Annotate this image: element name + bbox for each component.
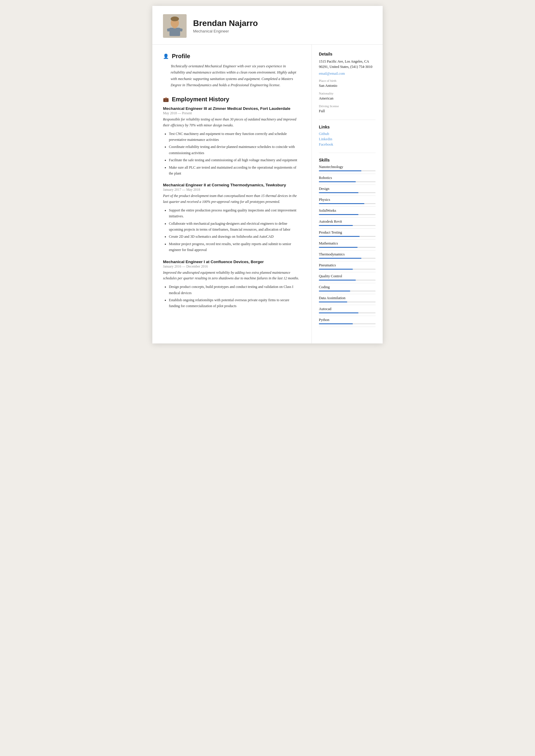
- list-item: Design product concepts, build prototype…: [169, 284, 301, 296]
- list-item: Collaborate with mechanical packaging-de…: [169, 221, 301, 233]
- skill-name: Mathematics: [319, 241, 376, 246]
- skill-separator: [319, 239, 376, 239]
- skill-name: Quality Control: [319, 274, 376, 278]
- skill-bar-fill: [319, 291, 350, 292]
- skill-bar-fill: [319, 269, 353, 269]
- list-item: Create 2D and 3D schematics and drawings…: [169, 234, 301, 239]
- skill-name: Design: [319, 187, 376, 191]
- skill-separator: [319, 184, 376, 185]
- list-item: Support the entire production process re…: [169, 207, 301, 219]
- skill-item: Autodesk Revit: [319, 219, 376, 226]
- job-1: Mechanical Engineer III at Zimner Medica…: [163, 106, 301, 176]
- skills-list: NanotechnologyRoboticsDesignPhysicsSolid…: [319, 165, 376, 327]
- skill-bar-fill: [319, 323, 353, 324]
- skill-separator: [319, 195, 376, 196]
- job-1-title: Mechanical Engineer III at Zimner Medica…: [163, 106, 301, 111]
- job-2-dates: January 2017 — May 2018: [163, 188, 301, 191]
- skill-bar-fill: [319, 247, 357, 248]
- job-2-bullets: Support the entire production process re…: [163, 207, 301, 253]
- skills-section: Skills NanotechnologyRoboticsDesignPhysi…: [319, 158, 376, 327]
- profile-text: Technically orientated Mechanical Engine…: [163, 63, 301, 88]
- full-name: Brendan Najarro: [193, 18, 258, 28]
- skill-bar-fill: [319, 203, 364, 204]
- list-item: Establish ongoing relationships with pot…: [169, 297, 301, 309]
- list-item: Facilitate the safe testing and commissi…: [169, 157, 301, 163]
- job-2-desc: Part of the product development team tha…: [163, 193, 301, 205]
- skill-bar-fill: [319, 258, 361, 259]
- skill-item: Physics: [319, 198, 376, 204]
- link-github[interactable]: Github: [319, 132, 376, 136]
- skill-separator: [319, 305, 376, 305]
- skill-name: Pneumatics: [319, 263, 376, 267]
- skill-bar-track: [319, 312, 376, 313]
- skill-item: Autocad: [319, 307, 376, 313]
- job-3-desc: Improved the undisrupted equipment relia…: [163, 270, 301, 282]
- skill-bar-track: [319, 323, 376, 324]
- job-1-bullets: Test CNC machinery and equipment to ensu…: [163, 131, 301, 177]
- skill-bar-fill: [319, 192, 358, 193]
- links-section: Links Github Linkedin Facebook: [319, 125, 376, 147]
- main-content: 👤 Profile Technically orientated Mechani…: [152, 44, 383, 344]
- skill-separator: [319, 250, 376, 250]
- job-2: Mechanical Engineer II at Corneing Therm…: [163, 183, 301, 253]
- skill-name: Python: [319, 318, 376, 322]
- link-facebook[interactable]: Facebook: [319, 142, 376, 147]
- skill-name: Data Assimilation: [319, 296, 376, 300]
- employment-icon: 💼: [163, 97, 169, 102]
- skill-separator: [319, 217, 376, 218]
- avatar: [163, 14, 186, 38]
- driving-license: Full: [319, 108, 376, 114]
- skill-bar-fill: [319, 312, 358, 313]
- skill-name: Coding: [319, 285, 376, 290]
- skill-separator: [319, 228, 376, 229]
- skill-separator: [319, 283, 376, 283]
- employment-title: Employment History: [172, 96, 229, 103]
- skill-item: Quality Control: [319, 274, 376, 281]
- link-linkedin[interactable]: Linkedin: [319, 137, 376, 141]
- divider-1: [319, 120, 376, 120]
- details-section: Details 1515 Pacific Ave, Los Angeles, C…: [319, 52, 376, 114]
- driving-license-label: Driving license: [319, 104, 376, 108]
- job-1-dates: May 2018 — Present: [163, 111, 301, 115]
- skill-bar-fill: [319, 181, 356, 182]
- skill-item: Nanotechnology: [319, 165, 376, 171]
- divider-2: [319, 153, 376, 153]
- header-section: Brendan Najarro Mechanical Engineer: [152, 6, 383, 44]
- skill-bar-track: [319, 203, 376, 204]
- list-item: Test CNC machinery and equipment to ensu…: [169, 131, 301, 143]
- profile-title: Profile: [172, 53, 190, 60]
- profile-section-header: 👤 Profile: [163, 53, 301, 60]
- skill-bar-track: [319, 258, 376, 259]
- skill-bar-track: [319, 269, 376, 269]
- skill-bar-fill: [319, 236, 360, 237]
- skill-bar-fill: [319, 280, 356, 281]
- list-item: Monitor project progress, record test re…: [169, 241, 301, 253]
- job-3-title: Mechanical Engineer I at Confluence Devi…: [163, 260, 301, 264]
- skill-separator: [319, 294, 376, 294]
- job-3-dates: January 2016 — December 2016: [163, 265, 301, 268]
- right-column: Details 1515 Pacific Ave, Los Angeles, C…: [312, 44, 383, 344]
- links-title: Links: [319, 125, 376, 129]
- skill-bar-track: [319, 225, 376, 226]
- list-item: Make sure all PLC are tested and maintai…: [169, 164, 301, 177]
- address: 1515 Pacific Ave, Los Angeles, CA 90291,…: [319, 59, 376, 70]
- skill-bar-track: [319, 247, 376, 248]
- skill-item: Coding: [319, 285, 376, 292]
- email-link[interactable]: email@email.com: [319, 71, 345, 76]
- job-1-desc: Responsible for reliability testing of m…: [163, 117, 301, 128]
- skill-name: Product Testing: [319, 230, 376, 235]
- place-of-birth: San Antonio: [319, 83, 376, 89]
- nationality-label: Nationality: [319, 92, 376, 95]
- skill-bar-track: [319, 301, 376, 302]
- nationality: American: [319, 96, 376, 101]
- job-3: Mechanical Engineer I at Confluence Devi…: [163, 260, 301, 309]
- skill-bar-fill: [319, 301, 347, 302]
- header-info: Brendan Najarro Mechanical Engineer: [193, 18, 258, 33]
- skill-bar-track: [319, 170, 376, 171]
- skill-name: Thermodynamics: [319, 252, 376, 257]
- job-2-title: Mechanical Engineer II at Corneing Therm…: [163, 183, 301, 187]
- skills-title: Skills: [319, 158, 376, 162]
- skill-item: Thermodynamics: [319, 252, 376, 259]
- employment-section-header: 💼 Employment History: [163, 96, 301, 103]
- skill-name: Physics: [319, 198, 376, 202]
